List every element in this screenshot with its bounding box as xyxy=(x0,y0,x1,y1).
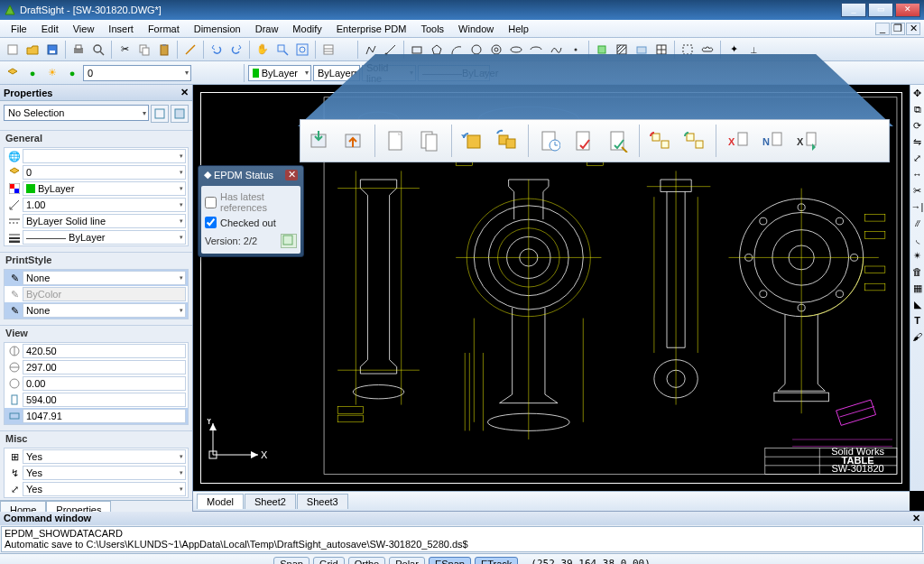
menu-window[interactable]: Window xyxy=(451,22,501,36)
copy-tool-icon[interactable]: ⧉ xyxy=(911,103,924,116)
prop-val[interactable]: ByLayer xyxy=(23,181,186,196)
copy-icon[interactable] xyxy=(135,41,153,59)
x-tool2-icon[interactable]: N xyxy=(758,127,785,154)
get-latest-icon[interactable] xyxy=(494,127,521,154)
fillet-icon[interactable]: ◟ xyxy=(911,233,924,245)
trim-icon[interactable]: ✂ xyxy=(911,184,924,197)
history-icon[interactable] xyxy=(536,127,563,154)
prop-val[interactable]: 0 xyxy=(23,165,186,180)
array-icon[interactable]: ▦ xyxy=(911,282,924,294)
menu-edit[interactable]: Edit xyxy=(34,22,66,36)
layer-combo[interactable]: 0 xyxy=(83,65,191,81)
menu-tools[interactable]: Tools xyxy=(413,22,451,36)
polar-button[interactable]: Polar xyxy=(389,557,425,565)
prop-val[interactable]: 1047.91 xyxy=(23,409,186,423)
save-icon[interactable] xyxy=(43,41,61,59)
x-tool1-icon[interactable]: X xyxy=(724,127,751,154)
changestate-icon[interactable] xyxy=(605,127,632,154)
layer-lock-icon[interactable]: ● xyxy=(63,64,81,82)
menu-help[interactable]: Help xyxy=(501,22,536,36)
print-icon[interactable] xyxy=(69,41,88,59)
brush-icon[interactable]: 🖌 xyxy=(911,330,924,343)
layer-state-icon[interactable]: ● xyxy=(23,64,42,82)
text-icon[interactable]: T xyxy=(911,314,924,327)
layer-manager-icon[interactable] xyxy=(4,64,22,82)
stretch-icon[interactable]: ↔ xyxy=(911,168,924,180)
menu-enterprise-pdm[interactable]: Enterprise PDM xyxy=(329,22,414,36)
snap-button[interactable]: Snap xyxy=(273,557,310,565)
undo-icon[interactable] xyxy=(208,41,226,59)
menu-format[interactable]: Format xyxy=(141,22,187,36)
tab-sheet3[interactable]: Sheet3 xyxy=(297,494,348,509)
explode-icon[interactable]: ✴ xyxy=(911,249,924,262)
prop-val[interactable]: None xyxy=(23,303,186,318)
quickselect-icon[interactable] xyxy=(151,105,169,123)
prop-val[interactable]: Yes xyxy=(23,449,186,464)
rotate-icon[interactable]: ⟳ xyxy=(911,119,924,132)
newdoc-icon[interactable] xyxy=(383,127,410,154)
cmd-close-icon[interactable]: ✕ xyxy=(912,513,920,524)
prop-val[interactable]: 297.00 xyxy=(23,360,186,374)
esnap-button[interactable]: ESnap xyxy=(429,557,471,565)
erase-icon[interactable]: 🗑 xyxy=(911,265,924,278)
menu-insert[interactable]: Insert xyxy=(101,22,141,36)
prop-val[interactable]: 420.50 xyxy=(23,344,186,358)
prop-val[interactable]: 1.00 xyxy=(23,198,186,212)
checked-out-checkbox[interactable]: Checked out xyxy=(205,217,297,228)
menu-view[interactable]: View xyxy=(66,22,102,36)
mdi-close-button[interactable]: ✕ xyxy=(906,23,920,35)
tab-model[interactable]: Model xyxy=(197,494,244,509)
copytree-icon[interactable] xyxy=(647,127,674,154)
prop-val[interactable]: 0.00 xyxy=(23,376,186,391)
mirror-icon[interactable]: ⇋ xyxy=(911,135,924,148)
prop-val[interactable]: None xyxy=(23,271,186,285)
ortho-button[interactable]: Ortho xyxy=(348,557,386,565)
selectall-icon[interactable] xyxy=(171,105,189,123)
menu-draw[interactable]: Draw xyxy=(248,22,286,36)
selection-combo[interactable]: No Selection xyxy=(4,105,149,121)
redo-icon[interactable] xyxy=(227,41,245,59)
x-tool3-icon[interactable]: X xyxy=(792,127,819,154)
menu-file[interactable]: File xyxy=(4,22,34,36)
get-version-icon[interactable] xyxy=(459,127,486,154)
chamfer-icon[interactable]: ◣ xyxy=(911,298,924,310)
checkin-icon[interactable] xyxy=(306,127,333,154)
epdm-status-dialog[interactable]: ◆EPDM Status✕ Has latest references Chec… xyxy=(198,165,304,257)
docs-icon[interactable] xyxy=(417,127,444,154)
scale-icon[interactable]: ⤢ xyxy=(911,152,924,164)
color-combo[interactable]: ByLayer xyxy=(248,65,311,81)
menu-dimension[interactable]: Dimension xyxy=(187,22,248,36)
etrack-button[interactable]: ETrack xyxy=(475,557,518,565)
properties-icon[interactable] xyxy=(319,41,337,59)
offset-icon[interactable]: ⫽ xyxy=(911,217,924,229)
checkout-icon[interactable] xyxy=(340,127,367,154)
prop-val[interactable]: ByLayer Solid line xyxy=(23,214,186,228)
cut-icon[interactable]: ✂ xyxy=(116,41,134,59)
new-icon[interactable] xyxy=(4,41,22,59)
paste-icon[interactable] xyxy=(155,41,173,59)
prop-val[interactable]: 594.00 xyxy=(23,393,186,407)
layer-freeze-icon[interactable]: ☀ xyxy=(43,64,61,82)
extend-icon[interactable]: →| xyxy=(911,200,924,213)
minimize-button[interactable]: _ xyxy=(841,3,866,17)
prop-val[interactable]: Yes xyxy=(23,482,186,496)
zoom-window-icon[interactable] xyxy=(273,41,291,59)
mdi-restore-button[interactable]: ❐ xyxy=(891,23,905,35)
pan-icon[interactable]: ✋ xyxy=(254,41,272,59)
epdm-refresh-icon[interactable] xyxy=(281,234,297,248)
mdi-minimize-button[interactable]: _ xyxy=(875,23,890,35)
datacard-icon[interactable] xyxy=(570,127,597,154)
maximize-button[interactable]: ▭ xyxy=(868,3,893,17)
prop-val[interactable] xyxy=(23,149,186,163)
move-icon[interactable]: ✥ xyxy=(911,87,924,99)
epdm-close-icon[interactable]: ✕ xyxy=(285,170,298,180)
close-button[interactable]: ✕ xyxy=(895,3,920,17)
prop-val[interactable]: ———— ByLayer xyxy=(23,230,186,245)
properties-close-icon[interactable]: ✕ xyxy=(180,87,189,98)
grid-button[interactable]: Grid xyxy=(313,557,345,565)
command-input[interactable]: EPDM_SHOWDATACARD Automatic save to C:\U… xyxy=(1,526,923,552)
zoom-extents-icon[interactable] xyxy=(293,41,311,59)
tab-sheet2[interactable]: Sheet2 xyxy=(245,494,296,509)
prop-val[interactable]: Yes xyxy=(23,466,186,480)
line-icon[interactable] xyxy=(181,41,199,59)
